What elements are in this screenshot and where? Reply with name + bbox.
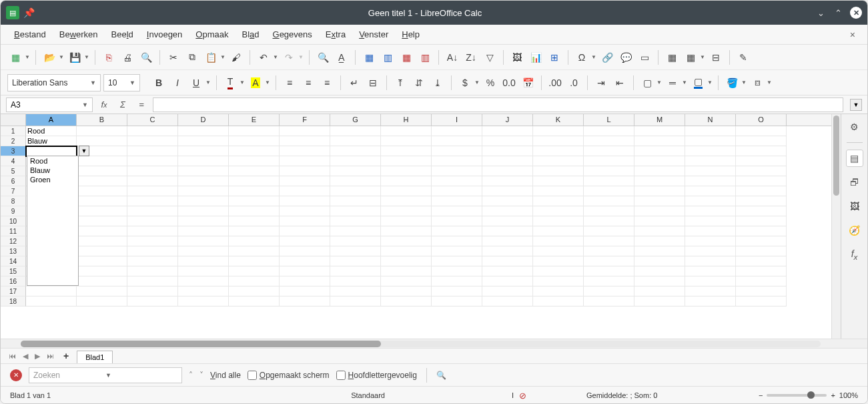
cell-F16[interactable]	[280, 276, 330, 286]
cell-J4[interactable]	[482, 156, 533, 166]
new-doc-dropdown[interactable]: ▼	[25, 54, 30, 60]
col-header-M[interactable]: M	[634, 114, 685, 126]
cell-D9[interactable]	[178, 206, 229, 216]
col-header-N[interactable]: N	[685, 114, 736, 126]
cell-M15[interactable]	[634, 266, 685, 276]
cell-C2[interactable]	[127, 136, 178, 146]
sidebar-gallery-icon[interactable]: 🖼	[846, 198, 863, 215]
row-icon[interactable]: ▦	[361, 49, 377, 65]
column-icon[interactable]: ▥	[380, 49, 396, 65]
cell-B13[interactable]	[77, 246, 127, 256]
cell-I10[interactable]	[432, 216, 482, 226]
cell-M2[interactable]	[634, 136, 685, 146]
cell-M13[interactable]	[634, 246, 685, 256]
status-modified-icon[interactable]: ⊘	[519, 391, 526, 401]
cell-N6[interactable]	[685, 176, 736, 186]
cell-H8[interactable]	[381, 196, 432, 206]
cell-I16[interactable]	[432, 276, 482, 286]
cell-D17[interactable]	[178, 286, 229, 296]
cell-J7[interactable]	[482, 186, 533, 196]
cell-L5[interactable]	[584, 166, 634, 176]
cell-O15[interactable]	[736, 266, 787, 276]
cell-C14[interactable]	[127, 256, 178, 266]
zoom-out-button[interactable]: −	[759, 391, 763, 399]
remove-decimal-icon[interactable]: .0	[566, 75, 582, 91]
row-header-7[interactable]: 7	[1, 186, 26, 196]
cell-B14[interactable]	[77, 256, 127, 266]
col-header-J[interactable]: J	[482, 114, 533, 126]
col-header-C[interactable]: C	[127, 114, 178, 126]
col-header-K[interactable]: K	[533, 114, 584, 126]
cell-K6[interactable]	[533, 176, 584, 186]
align-right-icon[interactable]: ≡	[319, 75, 335, 91]
cell-G14[interactable]	[330, 256, 381, 266]
cell-L18[interactable]	[584, 296, 634, 307]
cell-K5[interactable]	[533, 166, 584, 176]
find-icon[interactable]: 🔍	[315, 49, 331, 65]
spreadsheet-grid[interactable]: ABCDEFGHIJKLMNO 1Rood2Blauw3456789101112…	[1, 114, 831, 339]
cell-B18[interactable]	[77, 296, 127, 307]
add-decimal-icon[interactable]: .00	[547, 75, 563, 91]
underline-icon[interactable]: U	[188, 75, 204, 91]
cell-K8[interactable]	[533, 196, 584, 206]
cell-M5[interactable]	[634, 166, 685, 176]
cell-N7[interactable]	[685, 186, 736, 196]
cell-H14[interactable]	[381, 256, 432, 266]
cell-L2[interactable]	[584, 136, 634, 146]
cell-N5[interactable]	[685, 166, 736, 176]
equals-icon[interactable]: =	[134, 97, 149, 112]
cell-K1[interactable]	[533, 126, 584, 136]
cell-J11[interactable]	[482, 226, 533, 236]
cell-C11[interactable]	[127, 226, 178, 236]
cell-L14[interactable]	[584, 256, 634, 266]
cell-O4[interactable]	[736, 156, 787, 166]
highlight-icon[interactable]: A	[248, 75, 264, 91]
cell-E13[interactable]	[229, 246, 280, 256]
cell-F14[interactable]	[280, 256, 330, 266]
cell-H18[interactable]	[381, 296, 432, 307]
cell-E10[interactable]	[229, 216, 280, 226]
add-sheet-button[interactable]: +	[59, 351, 73, 361]
cut-icon[interactable]: ✂	[165, 49, 181, 65]
pivot-icon[interactable]: ⊞	[546, 49, 562, 65]
print-preview-icon[interactable]: 🔍	[138, 49, 154, 65]
cell-O2[interactable]	[736, 136, 787, 146]
cell-A3[interactable]	[26, 146, 77, 156]
cell-E1[interactable]	[229, 126, 280, 136]
cell-J5[interactable]	[482, 166, 533, 176]
row-header-12[interactable]: 12	[1, 236, 26, 246]
cell-D12[interactable]	[178, 236, 229, 246]
save-icon[interactable]: 💾	[67, 49, 83, 65]
cell-B15[interactable]	[77, 266, 127, 276]
cell-C18[interactable]	[127, 296, 178, 307]
find-formatted-checkbox[interactable]: Opgemaakt scherm	[248, 371, 330, 380]
cell-L8[interactable]	[584, 196, 634, 206]
cell-A18[interactable]	[26, 296, 77, 307]
cell-N15[interactable]	[685, 266, 736, 276]
cell-K15[interactable]	[533, 266, 584, 276]
col-header-E[interactable]: E	[229, 114, 280, 126]
cell-F15[interactable]	[280, 266, 330, 276]
cell-N4[interactable]	[685, 156, 736, 166]
cell-G5[interactable]	[330, 166, 381, 176]
cell-I2[interactable]	[432, 136, 482, 146]
cell-G17[interactable]	[330, 286, 381, 296]
cell-M4[interactable]	[634, 156, 685, 166]
col-header-I[interactable]: I	[432, 114, 482, 126]
cell-I17[interactable]	[432, 286, 482, 296]
cell-M10[interactable]	[634, 216, 685, 226]
align-center-icon[interactable]: ≡	[300, 75, 316, 91]
cell-N11[interactable]	[685, 226, 736, 236]
cell-J14[interactable]	[482, 256, 533, 266]
cell-D18[interactable]	[178, 296, 229, 307]
cell-I18[interactable]	[432, 296, 482, 307]
cell-F1[interactable]	[280, 126, 330, 136]
cell-H1[interactable]	[381, 126, 432, 136]
cell-G8[interactable]	[330, 196, 381, 206]
cell-F11[interactable]	[280, 226, 330, 236]
special-char-icon[interactable]: Ω	[574, 49, 590, 65]
cell-N8[interactable]	[685, 196, 736, 206]
cell-I8[interactable]	[432, 196, 482, 206]
cell-G9[interactable]	[330, 206, 381, 216]
cell-G7[interactable]	[330, 186, 381, 196]
